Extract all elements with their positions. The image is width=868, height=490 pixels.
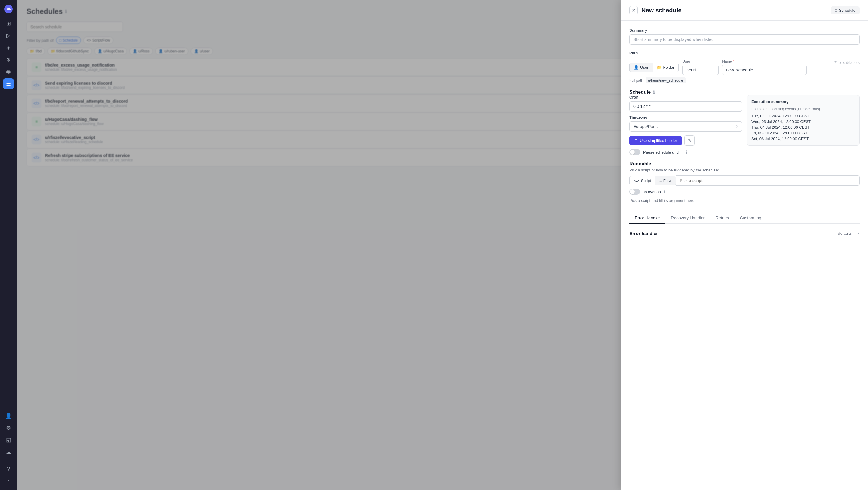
clock-icon: ⏱ (634, 138, 638, 143)
sidebar-item-audit[interactable]: ◱ (3, 434, 14, 446)
path-row: 👤 User 📁 Folder User (629, 59, 860, 75)
pause-info-icon: ℹ (686, 150, 687, 155)
folder-toggle-label: Folder (663, 65, 674, 70)
use-simplified-builder-button[interactable]: ⏱ Use simplified builder (629, 136, 682, 145)
execution-events: Tue, 02 Jul 2024, 12:00:00 CEST Wed, 03 … (751, 114, 855, 141)
modal-body: Summary Path 👤 User 📁 Folder (621, 21, 868, 244)
cron-field: Cron (629, 95, 742, 112)
tab-recovery-handler[interactable]: Recovery Handler (665, 212, 710, 224)
fill-args-text: Pick a script and fill its argument here (629, 195, 860, 207)
pause-schedule-toggle[interactable] (629, 149, 640, 155)
execution-summary-sub: Estimated upcoming events (Europe/Paris) (751, 107, 855, 111)
no-overlap-toggle[interactable] (629, 189, 640, 195)
toggle-knob (630, 189, 635, 194)
error-handler-row: Error handler defaults ⋯ (629, 230, 860, 237)
sidebar-item-resources[interactable]: ◉ (3, 66, 14, 77)
close-button[interactable]: ✕ (629, 6, 638, 14)
tabs-row: Error Handler Recovery Handler Retries C… (629, 212, 860, 224)
schedule-grid: Cron Timezone ✕ ⏱ (629, 95, 860, 155)
user-field-label: User (682, 59, 718, 64)
full-path-label: Full path (629, 78, 643, 83)
new-schedule-modal: ✕ New schedule □ Schedule Summary Path (621, 0, 868, 490)
more-options-icon[interactable]: ⋯ (854, 230, 860, 237)
user-field-input[interactable] (682, 65, 718, 75)
user-toggle-label: User (640, 65, 648, 70)
sidebar-item-billing[interactable]: $ (3, 54, 14, 65)
name-field-input[interactable] (722, 65, 807, 75)
sidebar-item-schedules[interactable]: ☰ (3, 78, 14, 89)
sidebar-item-home[interactable]: ⊞ (3, 18, 14, 29)
cron-label: Cron (629, 95, 742, 99)
tab-retries[interactable]: Retries (710, 212, 734, 224)
path-label: Path (629, 51, 860, 55)
full-path-value: u/henri/new_schedule (646, 78, 686, 84)
name-field-group: Name * (722, 59, 807, 75)
execution-event-2: Thu, 04 Jul 2024, 12:00:00 CEST (751, 125, 855, 130)
pause-schedule-label: Pause schedule until... (643, 150, 683, 155)
execution-event-1: Wed, 03 Jul 2024, 12:00:00 CEST (751, 119, 855, 124)
edit-icon-button[interactable]: ✎ (684, 135, 695, 146)
folder-toggle-icon: 📁 (657, 65, 661, 70)
error-handler-title: Error handler (629, 231, 658, 236)
path-fields: User Name * '/' for subfolders (682, 59, 860, 75)
sidebar-item-collapse[interactable]: ‹ (3, 476, 14, 486)
script-btn[interactable]: </> Script (629, 176, 655, 185)
schedule-badge-label: Schedule (839, 8, 855, 13)
flow-btn[interactable]: ≡ Flow (655, 176, 676, 185)
tab-error-handler[interactable]: Error Handler (629, 212, 665, 224)
btn-row: ⏱ Use simplified builder ✎ (629, 135, 742, 146)
script-btn-label: Script (641, 178, 651, 183)
user-field-group: User (682, 59, 718, 75)
schedule-info-icon: ℹ (653, 90, 655, 95)
sidebar: ⊞ ▷ ◈ $ ◉ ☰ 👤 ⚙ ◱ ☁ ? ‹ (0, 0, 17, 490)
folder-toggle-btn[interactable]: 📁 Folder (652, 63, 678, 72)
execution-summary-title: Execution summary (751, 99, 855, 104)
modal-schedule-badge: □ Schedule (831, 6, 860, 14)
runnable-section: Runnable Pick a script or flow to be tri… (629, 161, 860, 207)
runnable-sub: Pick a script or flow to be triggered by… (629, 168, 860, 172)
name-field-label: Name * (722, 59, 807, 64)
no-overlap-row: no overlap ℹ (629, 189, 860, 195)
path-section: Path 👤 User 📁 Folder (629, 51, 860, 84)
sidebar-item-cloud[interactable]: ☁ (3, 447, 14, 457)
timezone-input[interactable] (629, 121, 742, 132)
required-marker: * (733, 59, 735, 64)
schedule-badge-icon: □ (835, 8, 837, 13)
summary-section: Summary (629, 28, 860, 44)
timezone-field: Timezone ✕ (629, 115, 742, 132)
sidebar-item-settings[interactable]: ⚙ (3, 423, 14, 433)
error-handler-actions: defaults ⋯ (838, 230, 860, 237)
path-toggle: 👤 User 📁 Folder (629, 63, 679, 72)
sidebar-item-help[interactable]: ? (3, 463, 14, 474)
user-toggle-btn[interactable]: 👤 User (629, 63, 652, 72)
execution-event-0: Tue, 02 Jul 2024, 12:00:00 CEST (751, 114, 855, 118)
edit-icon: ✎ (688, 138, 691, 143)
schedule-section: Schedule ℹ Cron Timezone ✕ (629, 90, 860, 155)
main-area: Schedules ℹ Filter by path of □ Schedule… (17, 0, 868, 490)
execution-summary: Execution summary Estimated upcoming eve… (747, 95, 860, 146)
timezone-label: Timezone (629, 115, 742, 120)
sidebar-item-users[interactable]: 👤 (3, 410, 14, 421)
defaults-link[interactable]: defaults (838, 231, 852, 236)
cron-input[interactable] (629, 101, 742, 112)
summary-label: Summary (629, 28, 860, 33)
pick-script-input[interactable] (676, 175, 860, 186)
path-hint: '/' for subfolders (834, 61, 860, 65)
schedule-left: Cron Timezone ✕ ⏱ (629, 95, 742, 155)
sidebar-item-runs[interactable]: ▷ (3, 30, 14, 41)
simplified-builder-label: Use simplified builder (640, 138, 677, 143)
user-toggle-icon: 👤 (634, 65, 639, 70)
logo (3, 4, 14, 14)
toggle-knob (630, 150, 635, 155)
modal-header: ✕ New schedule □ Schedule (621, 0, 868, 21)
sidebar-item-apps[interactable]: ◈ (3, 42, 14, 53)
script-btn-icon: </> (634, 178, 640, 183)
summary-input[interactable] (629, 34, 860, 44)
timezone-clear-icon[interactable]: ✕ (735, 124, 739, 129)
flow-btn-label: Flow (663, 178, 672, 183)
tab-custom-tag[interactable]: Custom tag (734, 212, 767, 224)
runnable-row: </> Script ≡ Flow (629, 175, 860, 186)
script-flow-toggle: </> Script ≡ Flow (629, 176, 676, 185)
timezone-input-wrap: ✕ (629, 121, 742, 132)
execution-event-4: Sat, 06 Jul 2024, 12:00:00 CEST (751, 136, 855, 141)
